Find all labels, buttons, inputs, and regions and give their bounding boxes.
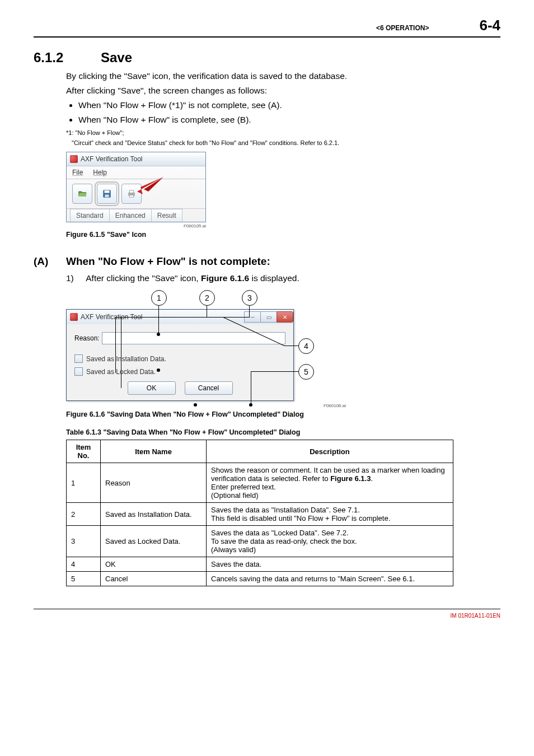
footnote: *1: "No Flow + Flow"; (66, 129, 500, 136)
leader-line (251, 371, 299, 372)
document-id: IM 01R01A11-01EN (34, 613, 500, 619)
figure-6-1-6: 1 2 3 AXF Verification Tool ─ ▭ ✕ Reason… (66, 290, 346, 401)
step: 1) After clicking the "Save" icon, Figur… (66, 273, 500, 283)
footnote: "Circuit" check and "Device Status" chec… (72, 139, 500, 146)
ok-button[interactable]: OK (128, 381, 176, 395)
svg-rect-2 (105, 195, 109, 198)
leader-line (207, 306, 207, 317)
page-header: <6 OPERATION> 6-4 (34, 17, 500, 38)
chapter-label: <6 OPERATION> (376, 24, 429, 32)
step-number: 1) (66, 273, 74, 283)
table-row: 3 Saved as Locked Data. Saves the data a… (67, 526, 453, 557)
col-item-no: Item No. (67, 440, 101, 463)
callout-1: 1 (151, 290, 167, 306)
bullet-list: When "No Flow + Flow (*1)" is not comple… (78, 100, 500, 125)
footer-rule (34, 609, 500, 609)
red-arrow-icon (133, 176, 166, 198)
figure-id: F060106.ai (66, 403, 346, 408)
tab-bar: Standard Enhanced Result (67, 209, 205, 222)
callout-2: 2 (199, 290, 215, 306)
svg-rect-1 (105, 190, 110, 193)
checkbox-locked[interactable] (74, 367, 83, 376)
section-6-1-2-heading: 6.1.2 Save (34, 50, 500, 66)
tab-result[interactable]: Result (151, 209, 182, 222)
tab-standard[interactable]: Standard (70, 209, 110, 222)
leader-dot (249, 403, 252, 407)
save-dialog: AXF Verification Tool ─ ▭ ✕ Reason: Save… (66, 309, 294, 401)
reason-label: Reason: (74, 334, 100, 342)
figure-caption: Figure 6.1.6 "Saving Data When "No Flow … (66, 410, 500, 418)
section-title: Save (101, 50, 132, 66)
figure-id: F060105.ai (66, 223, 206, 228)
window-titlebar: AXF Verification Tool (67, 152, 205, 166)
tab-enhanced[interactable]: Enhanced (109, 209, 152, 222)
save-button[interactable] (97, 184, 117, 204)
subsection-a-heading: (A) When "No Flow + Flow" is not complet… (34, 255, 500, 268)
subsection-label: (A) (34, 255, 66, 268)
checkbox-installation-label: Saved as Installation Data. (86, 355, 166, 363)
menu-file[interactable]: File (72, 169, 83, 176)
section-number: 6.1.2 (34, 50, 101, 66)
figure-caption: Figure 6.1.5 "Save" Icon (66, 231, 500, 239)
leader-dot (157, 368, 160, 372)
leader-line (251, 371, 251, 405)
col-item-name: Item Name (101, 440, 207, 463)
leader-dot (157, 333, 160, 336)
page-number: 6-4 (479, 17, 500, 34)
cancel-button[interactable]: Cancel (185, 381, 233, 395)
subsection-title: When "No Flow + Flow" is not complete: (66, 255, 270, 268)
window-title: AXF Verification Tool (81, 155, 143, 163)
callout-3: 3 (242, 290, 257, 306)
callout-5: 5 (298, 364, 314, 380)
app-icon (70, 313, 78, 321)
folder-open-icon (77, 189, 87, 199)
maximize-button[interactable]: ▭ (260, 311, 277, 323)
table-row: 1 Reason Shows the reason or comment. It… (67, 463, 453, 503)
col-description: Description (207, 440, 453, 463)
paragraph: By clicking the "Save" icon, the verific… (66, 71, 500, 81)
save-icon (102, 189, 112, 199)
paragraph: After clicking "Save", the screen change… (66, 86, 500, 96)
toolbar (67, 179, 205, 209)
app-icon (70, 155, 78, 163)
callout-4: 4 (298, 338, 314, 354)
app-window: AXF Verification Tool File Help (66, 152, 206, 222)
leader-line (158, 306, 159, 334)
table-row: 2 Saved as Installation Data. Saves the … (67, 503, 453, 526)
checkbox-installation[interactable] (74, 354, 83, 363)
table-caption: Table 6.1.3 "Saving Data When "No Flow +… (66, 428, 500, 436)
figure-6-1-5: AXF Verification Tool File Help (66, 152, 500, 228)
close-button[interactable]: ✕ (277, 311, 293, 323)
list-item: When "No Flow + Flow" is complete, see (… (78, 115, 500, 125)
menu-help[interactable]: Help (93, 169, 107, 176)
table-row: 5 Cancel Cancels saving the data and ret… (67, 572, 453, 586)
open-button[interactable] (72, 184, 92, 204)
leader-dot (194, 403, 197, 407)
list-item: When "No Flow + Flow (*1)" is not comple… (78, 100, 500, 110)
leader-line (115, 317, 116, 373)
step-text: After clicking the "Save" icon, Figure 6… (86, 273, 299, 283)
table-row: 4 OK Saves the data. (67, 557, 453, 572)
leader-line (121, 317, 121, 388)
leader-line (284, 346, 299, 346)
leader-line (249, 306, 250, 317)
leader-line (121, 317, 250, 318)
description-table: Item No. Item Name Description 1 Reason … (66, 440, 453, 586)
